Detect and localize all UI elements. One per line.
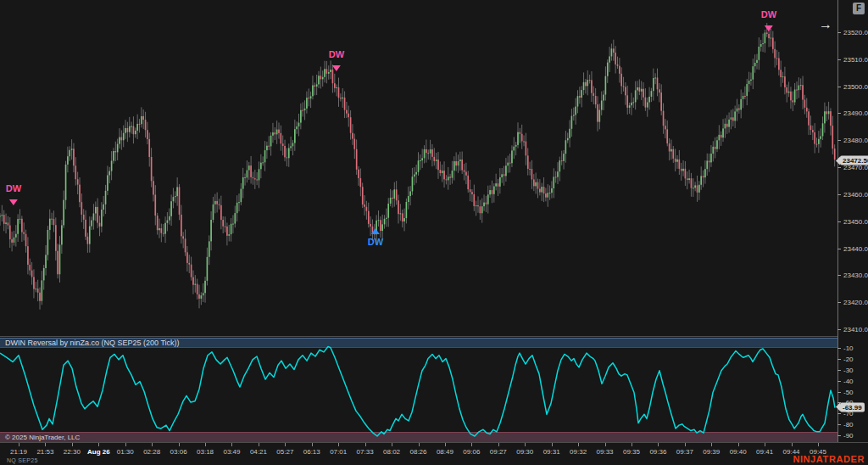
- time-axis-label: Aug 26: [87, 448, 110, 456]
- up-triangle-icon: [371, 228, 380, 234]
- time-axis-label: 02:28: [143, 448, 160, 456]
- time-axis-label: 07:01: [330, 448, 347, 456]
- price-chart-canvas[interactable]: DWDWDWDW →: [0, 0, 837, 336]
- price-axis-label: 23480.00: [843, 137, 868, 144]
- price-axis-label: 23510.00: [843, 55, 868, 63]
- go-to-latest-arrow-icon[interactable]: →: [815, 18, 837, 31]
- time-axis-label: 03:18: [197, 448, 214, 456]
- candlestick-chart: [0, 0, 837, 336]
- time-axis-label: 08:49: [437, 448, 453, 456]
- time-axis-label: 21:19: [10, 448, 27, 456]
- down-triangle-icon: [765, 25, 773, 31]
- price-axis-label: 23490.00: [843, 109, 868, 117]
- time-axis-label: 09:41: [756, 448, 773, 456]
- down-triangle-icon: [9, 199, 18, 205]
- time-axis-label: 05:27: [276, 448, 293, 456]
- time-axis-label: 08:02: [383, 448, 400, 456]
- price-axis-label: 23420.00: [843, 299, 868, 306]
- price-axis-label: 23440.00: [843, 244, 868, 252]
- last-price-tag: 23472.50: [840, 156, 868, 165]
- indicator-axis-label: -80: [843, 421, 854, 429]
- down-reversal-marker: DW: [329, 50, 344, 75]
- time-axis-label: 03:49: [223, 448, 240, 456]
- indicator-axis-label: -40: [843, 377, 854, 384]
- down-triangle-icon: [332, 65, 341, 71]
- price-axis-label: 23460.00: [843, 190, 868, 198]
- instrument-tab[interactable]: NQ SEP25: [7, 457, 38, 463]
- indicator-panel[interactable]: DWIN Reversal by ninZa.co (NQ SEP25 (200…: [0, 336, 837, 442]
- down-reversal-marker: DW: [6, 184, 21, 209]
- price-axis-label: 23520.00: [843, 29, 868, 36]
- time-axis-label: 01:30: [117, 448, 134, 456]
- oscillator-line-chart: [0, 337, 837, 443]
- time-axis-label: 07:33: [357, 448, 374, 456]
- time-axis-label: 09:40: [730, 448, 747, 456]
- price-axis-label: 23450.00: [843, 217, 868, 225]
- indicator-value-tag: -63.99: [840, 402, 865, 412]
- up-reversal-marker: DW: [368, 222, 383, 247]
- price-axis-label: 23410.00: [843, 325, 868, 333]
- time-axis-label: 09:32: [570, 448, 587, 456]
- time-axis-label: 04:21: [250, 448, 267, 456]
- down-reversal-marker: DW: [761, 10, 776, 35]
- time-axis-label: 09:06: [463, 448, 480, 456]
- indicator-axis-label: -50: [843, 388, 854, 395]
- time-axis-label: 09:30: [516, 448, 533, 456]
- indicator-axis-label: -30: [843, 366, 854, 373]
- focus-button[interactable]: F: [853, 3, 865, 14]
- price-axis-label: 23430.00: [843, 272, 868, 279]
- ninjatrader-logo: NINJATRADER: [793, 454, 865, 464]
- ninjatrader-chart-window: DWDWDWDW → F DWIN Reversal by ninZa.co (…: [0, 0, 868, 465]
- indicator-axis-label: -20: [843, 355, 854, 362]
- time-axis-label: 22:30: [64, 448, 81, 456]
- time-axis-label: 09:27: [490, 448, 507, 456]
- time-axis-label: 09:31: [543, 448, 560, 456]
- time-axis-label: 09:33: [597, 448, 614, 456]
- indicator-axis-label: -10: [843, 345, 854, 352]
- time-axis-label: 08:26: [409, 448, 426, 456]
- time-axis-label: 06:13: [303, 448, 320, 456]
- indicator-title: DWIN Reversal by ninZa.co (NQ SEP25 (200…: [5, 339, 180, 347]
- time-axis-label: 21:53: [36, 448, 53, 456]
- time-axis-label: 09:37: [676, 448, 693, 456]
- time-axis[interactable]: 21:1921:5322:30Aug 2601:3002:2803:0603:1…: [0, 442, 868, 465]
- time-axis-label: 09:35: [623, 448, 640, 456]
- time-axis-label: 09:36: [649, 448, 666, 456]
- time-axis-label: 03:06: [170, 448, 187, 456]
- price-axis-label: 23500.00: [843, 82, 868, 90]
- time-axis-label: 09:39: [703, 448, 720, 456]
- indicator-axis-label: -90: [843, 432, 854, 440]
- copyright-text: © 2025 NinjaTrader, LLC: [5, 434, 80, 441]
